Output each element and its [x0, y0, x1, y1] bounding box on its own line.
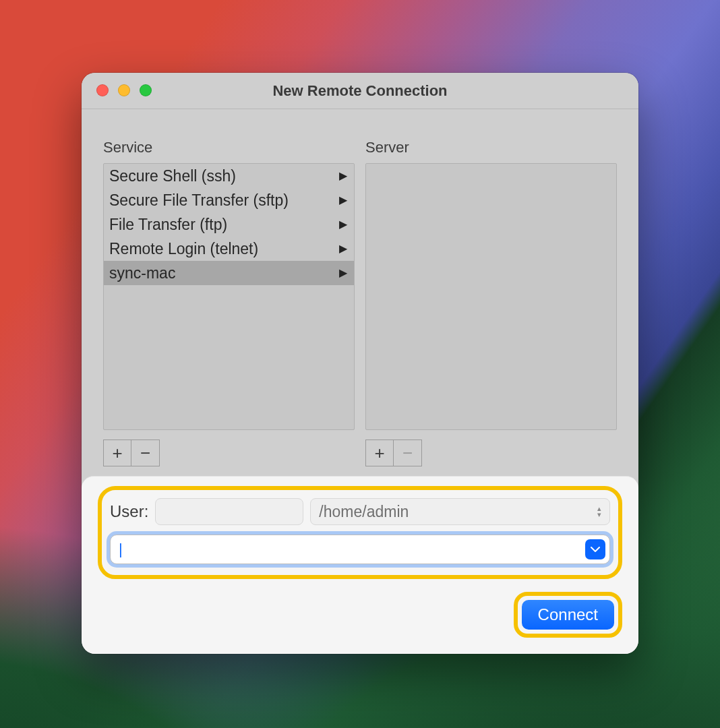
user-label: User:: [110, 502, 148, 521]
chevron-right-icon: ▶: [339, 238, 347, 260]
service-header: Service: [103, 139, 355, 156]
server-header: Server: [365, 139, 617, 156]
user-input[interactable]: [155, 498, 303, 525]
service-item-ssh[interactable]: Secure Shell (ssh) ▶: [104, 164, 354, 188]
combobox-dropdown-button[interactable]: [585, 539, 605, 559]
list-item-label: Secure Shell (ssh): [109, 165, 236, 187]
list-item-label: File Transfer (ftp): [109, 214, 227, 235]
server-column: Server + −: [365, 139, 617, 466]
service-listbox[interactable]: Secure Shell (ssh) ▶ Secure File Transfe…: [103, 163, 355, 430]
add-server-button[interactable]: +: [365, 439, 394, 466]
chevron-right-icon: ▶: [339, 165, 347, 187]
upper-panel: Service Secure Shell (ssh) ▶ Secure File…: [82, 109, 638, 477]
list-item-label: Remote Login (telnet): [109, 238, 258, 260]
directory-value: /home/admin: [319, 503, 409, 521]
list-item-label: sync-mac: [109, 262, 175, 284]
service-item-sync-mac[interactable]: sync-mac ▶: [104, 261, 354, 285]
window-zoom-button[interactable]: [140, 84, 152, 96]
directory-select[interactable]: /home/admin ▴▾: [310, 498, 610, 525]
command-combobox[interactable]: |: [110, 535, 610, 564]
lower-panel: User: /home/admin ▴▾ | Connect: [82, 476, 638, 654]
remove-server-button: −: [394, 439, 422, 466]
chevron-right-icon: ▶: [339, 189, 347, 211]
new-remote-connection-window: New Remote Connection Service Secure She…: [82, 73, 638, 654]
window-title: New Remote Connection: [272, 82, 447, 100]
chevron-right-icon: ▶: [339, 262, 347, 284]
list-item-label: Secure File Transfer (sftp): [109, 189, 289, 211]
window-close-button[interactable]: [96, 84, 109, 96]
highlighted-input-group: User: /home/admin ▴▾ |: [98, 486, 622, 579]
server-listbox[interactable]: [365, 163, 617, 430]
remove-service-button[interactable]: −: [131, 439, 160, 466]
chevron-down-icon: [591, 546, 600, 553]
service-column: Service Secure Shell (ssh) ▶ Secure File…: [103, 139, 355, 466]
titlebar: New Remote Connection: [82, 73, 638, 109]
updown-stepper-icon: ▴▾: [597, 506, 601, 518]
service-item-sftp[interactable]: Secure File Transfer (sftp) ▶: [104, 188, 354, 212]
connect-button[interactable]: Connect: [522, 600, 614, 630]
window-minimize-button[interactable]: [118, 84, 130, 96]
add-service-button[interactable]: +: [103, 439, 131, 466]
service-item-ftp[interactable]: File Transfer (ftp) ▶: [104, 212, 354, 237]
service-item-telnet[interactable]: Remote Login (telnet) ▶: [104, 237, 354, 261]
command-input[interactable]: [123, 535, 585, 564]
chevron-right-icon: ▶: [339, 214, 347, 235]
highlighted-connect-group: Connect: [514, 592, 622, 638]
